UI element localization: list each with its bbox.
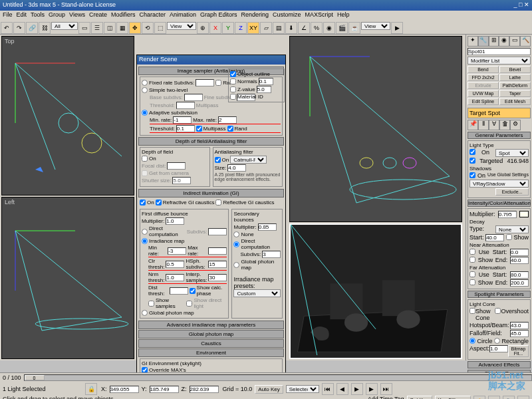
subdivs-input[interactable]	[196, 79, 214, 86]
rand-check[interactable]	[215, 80, 221, 86]
pan-icon[interactable]: ✋	[473, 396, 485, 399]
irr-minrate[interactable]	[168, 247, 186, 255]
restrict-xy-icon[interactable]: XY	[247, 22, 259, 34]
unlink-icon[interactable]: ⛓	[39, 22, 51, 34]
menu-tools[interactable]: Tools	[31, 11, 45, 21]
motion-tab-icon[interactable]: ◉	[499, 36, 509, 47]
decay-show-check[interactable]	[506, 234, 512, 240]
mod-ffd[interactable]: FFD 2x2x2	[467, 74, 499, 81]
rollout-global-photon[interactable]: Global photon map	[138, 330, 284, 338]
rollout-spotlight[interactable]: Spotlight Parameters	[467, 291, 531, 298]
coord-y[interactable]	[150, 386, 179, 393]
circle-radio[interactable]	[469, 338, 475, 344]
rollout-adv-effects[interactable]: Advanced Effects	[467, 361, 531, 368]
global-photon-radio[interactable]	[142, 310, 148, 316]
rand2-check[interactable]	[227, 126, 233, 132]
menu-create[interactable]: Create	[89, 11, 107, 21]
light-on-check[interactable]	[469, 149, 475, 155]
hotspot-input[interactable]	[510, 322, 529, 329]
adaptive-radio[interactable]	[142, 110, 148, 116]
mod-uvw[interactable]: UVW Map	[467, 90, 499, 97]
link-icon[interactable]: 🔗	[26, 22, 38, 34]
mod-bend[interactable]: Bend	[467, 66, 499, 73]
clr-thresh[interactable]	[166, 261, 184, 268]
rollout-environment[interactable]: Environment	[138, 348, 284, 357]
coord-x[interactable]	[110, 386, 139, 393]
light-type-select[interactable]: Spot	[495, 149, 529, 157]
shadow-on-check[interactable]	[469, 172, 475, 178]
mod-taper[interactable]: Taper	[499, 90, 531, 97]
refl-caustics-check[interactable]	[215, 200, 221, 205]
menu-help[interactable]: Help	[337, 11, 350, 21]
unique-icon[interactable]: ∀	[489, 120, 499, 130]
exclude-button[interactable]: Exclude...	[495, 188, 529, 196]
rectangle-radio[interactable]	[494, 338, 500, 344]
mirror-icon[interactable]: ▱	[260, 22, 272, 34]
coord-z[interactable]	[190, 386, 219, 393]
main-menu[interactable]: File Edit Tools Group Views Create Modif…	[0, 11, 532, 21]
select-region-icon[interactable]: ◫	[104, 22, 116, 34]
mod-bevel[interactable]: Bevel	[499, 66, 531, 73]
window-crossing-icon[interactable]: ▦	[116, 22, 128, 34]
near-show-check[interactable]	[469, 257, 475, 263]
viewport-front[interactable]	[289, 36, 462, 222]
nrm-thresh[interactable]	[166, 274, 184, 281]
viewport-top[interactable]: Top	[1, 36, 134, 196]
rollout-dof[interactable]: Depth of field/Antialiasing filter	[138, 137, 284, 146]
fb-mult-input[interactable]	[166, 217, 184, 225]
snap-icon[interactable]: ⬇	[285, 22, 297, 34]
time-slider[interactable]: 0	[24, 374, 532, 381]
window-controls[interactable]: _ □ ✕	[514, 1, 529, 9]
add-time-tag[interactable]: Add Time Tag	[368, 396, 404, 399]
show-samples-check[interactable]	[148, 301, 154, 307]
object-name-input[interactable]	[467, 48, 531, 55]
menu-animation[interactable]: Animation	[170, 11, 196, 21]
material-editor-icon[interactable]: ◉	[323, 22, 335, 34]
hierarchy-tab-icon[interactable]: ⊞	[489, 36, 499, 47]
arc-rotate-icon[interactable]: ⟲	[488, 396, 500, 399]
materialid-check[interactable]	[230, 94, 236, 100]
render-type[interactable]: View	[361, 22, 390, 30]
next-frame-icon[interactable]: ▶	[366, 383, 378, 395]
zvalue-check[interactable]	[230, 86, 236, 92]
hsph-input[interactable]	[208, 261, 227, 268]
irr-map-radio[interactable]	[142, 238, 148, 244]
bitmap-fit-button[interactable]: Bitmap Fit...	[508, 345, 529, 357]
show-end-icon[interactable]: Ⅱ	[478, 120, 489, 130]
multipass-check[interactable]	[196, 126, 202, 132]
falloff-input[interactable]	[510, 330, 529, 337]
configure-icon[interactable]: ⚙	[510, 120, 521, 130]
interp-input[interactable]	[208, 274, 227, 281]
key-mode-select[interactable]: Selected	[286, 385, 319, 393]
menu-grapheditors[interactable]: Graph Editors	[200, 11, 237, 21]
redo-icon[interactable]: ↷	[13, 22, 25, 34]
restrict-x-icon[interactable]: X	[209, 22, 221, 34]
sb-mult[interactable]	[258, 223, 277, 231]
gi-on-check[interactable]	[140, 200, 146, 205]
auto-key-button[interactable]: Auto Key	[255, 385, 283, 394]
display-tab-icon[interactable]: ▭	[509, 36, 520, 47]
simple-two-radio[interactable]	[142, 87, 148, 93]
quick-render-icon[interactable]: ☕	[348, 22, 360, 34]
aa-type-select[interactable]: Catmull-Rom	[230, 156, 267, 164]
far-use-check[interactable]	[469, 271, 475, 277]
select-icon[interactable]: ▭	[78, 22, 90, 34]
restrict-z-icon[interactable]: Z	[235, 22, 247, 34]
near-use-check[interactable]	[469, 249, 475, 255]
rollout-gi[interactable]: Indirect illumination (GI)	[138, 189, 284, 198]
remove-mod-icon[interactable]: 🗑	[499, 120, 510, 130]
select-name-icon[interactable]: ☰	[91, 22, 103, 34]
menu-character[interactable]: Character	[139, 11, 166, 21]
mod-extrude[interactable]: Extrude	[467, 82, 499, 89]
menu-edit[interactable]: Edit	[17, 11, 27, 21]
irr-preset-select[interactable]: Custom	[233, 289, 281, 297]
move-icon[interactable]: ✥	[129, 22, 141, 34]
mod-editmesh[interactable]: Edit Mesh	[499, 98, 531, 105]
aa-on-check[interactable]	[215, 157, 221, 163]
decay-type-select[interactable]: None	[495, 225, 529, 233]
sb-photon-radio[interactable]	[233, 262, 239, 268]
utilities-tab-icon[interactable]: 🔨	[520, 36, 531, 47]
render-last-icon[interactable]: ▶	[391, 22, 403, 34]
set-key-button[interactable]: Set Key	[407, 396, 432, 399]
show-cone-check[interactable]	[469, 308, 475, 314]
